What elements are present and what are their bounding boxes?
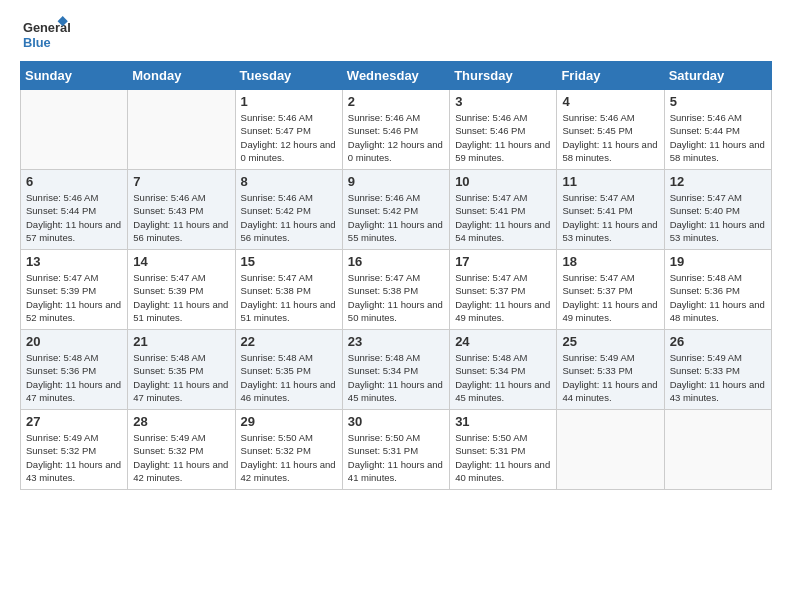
- day-info: Sunrise: 5:48 AMSunset: 5:35 PMDaylight:…: [133, 351, 229, 404]
- calendar-cell: 1Sunrise: 5:46 AMSunset: 5:47 PMDaylight…: [235, 90, 342, 170]
- day-number: 12: [670, 174, 766, 189]
- day-info: Sunrise: 5:48 AMSunset: 5:36 PMDaylight:…: [670, 271, 766, 324]
- day-number: 31: [455, 414, 551, 429]
- svg-text:Blue: Blue: [23, 36, 51, 51]
- logo: General Blue: [20, 16, 90, 51]
- day-number: 11: [562, 174, 658, 189]
- calendar-cell: 21Sunrise: 5:48 AMSunset: 5:35 PMDayligh…: [128, 330, 235, 410]
- calendar-cell: 14Sunrise: 5:47 AMSunset: 5:39 PMDayligh…: [128, 250, 235, 330]
- day-number: 6: [26, 174, 122, 189]
- day-info: Sunrise: 5:47 AMSunset: 5:41 PMDaylight:…: [562, 191, 658, 244]
- day-info: Sunrise: 5:47 AMSunset: 5:37 PMDaylight:…: [455, 271, 551, 324]
- calendar-cell: 16Sunrise: 5:47 AMSunset: 5:38 PMDayligh…: [342, 250, 449, 330]
- day-info: Sunrise: 5:47 AMSunset: 5:41 PMDaylight:…: [455, 191, 551, 244]
- logo-icon: General Blue: [20, 16, 90, 51]
- calendar-cell: 27Sunrise: 5:49 AMSunset: 5:32 PMDayligh…: [21, 410, 128, 490]
- header-tuesday: Tuesday: [235, 62, 342, 90]
- day-number: 5: [670, 94, 766, 109]
- calendar-cell: 23Sunrise: 5:48 AMSunset: 5:34 PMDayligh…: [342, 330, 449, 410]
- calendar-cell: 11Sunrise: 5:47 AMSunset: 5:41 PMDayligh…: [557, 170, 664, 250]
- day-number: 3: [455, 94, 551, 109]
- calendar-cell: 18Sunrise: 5:47 AMSunset: 5:37 PMDayligh…: [557, 250, 664, 330]
- day-number: 13: [26, 254, 122, 269]
- header-sunday: Sunday: [21, 62, 128, 90]
- header: General Blue: [20, 16, 772, 51]
- day-info: Sunrise: 5:50 AMSunset: 5:31 PMDaylight:…: [455, 431, 551, 484]
- calendar-cell: 30Sunrise: 5:50 AMSunset: 5:31 PMDayligh…: [342, 410, 449, 490]
- calendar-cell: 5Sunrise: 5:46 AMSunset: 5:44 PMDaylight…: [664, 90, 771, 170]
- day-info: Sunrise: 5:47 AMSunset: 5:37 PMDaylight:…: [562, 271, 658, 324]
- day-number: 27: [26, 414, 122, 429]
- day-info: Sunrise: 5:49 AMSunset: 5:33 PMDaylight:…: [670, 351, 766, 404]
- day-number: 25: [562, 334, 658, 349]
- calendar-cell: 7Sunrise: 5:46 AMSunset: 5:43 PMDaylight…: [128, 170, 235, 250]
- calendar-cell: 31Sunrise: 5:50 AMSunset: 5:31 PMDayligh…: [450, 410, 557, 490]
- calendar-table: Sunday Monday Tuesday Wednesday Thursday…: [20, 61, 772, 490]
- day-info: Sunrise: 5:47 AMSunset: 5:39 PMDaylight:…: [133, 271, 229, 324]
- day-info: Sunrise: 5:46 AMSunset: 5:43 PMDaylight:…: [133, 191, 229, 244]
- day-info: Sunrise: 5:49 AMSunset: 5:32 PMDaylight:…: [133, 431, 229, 484]
- day-number: 17: [455, 254, 551, 269]
- calendar-week-row: 1Sunrise: 5:46 AMSunset: 5:47 PMDaylight…: [21, 90, 772, 170]
- calendar-cell: 9Sunrise: 5:46 AMSunset: 5:42 PMDaylight…: [342, 170, 449, 250]
- day-number: 22: [241, 334, 337, 349]
- day-number: 14: [133, 254, 229, 269]
- day-number: 28: [133, 414, 229, 429]
- day-info: Sunrise: 5:46 AMSunset: 5:42 PMDaylight:…: [241, 191, 337, 244]
- day-info: Sunrise: 5:49 AMSunset: 5:32 PMDaylight:…: [26, 431, 122, 484]
- day-number: 10: [455, 174, 551, 189]
- calendar-cell: [21, 90, 128, 170]
- calendar-cell: 24Sunrise: 5:48 AMSunset: 5:34 PMDayligh…: [450, 330, 557, 410]
- calendar-cell: 22Sunrise: 5:48 AMSunset: 5:35 PMDayligh…: [235, 330, 342, 410]
- day-number: 4: [562, 94, 658, 109]
- day-number: 8: [241, 174, 337, 189]
- day-info: Sunrise: 5:46 AMSunset: 5:44 PMDaylight:…: [26, 191, 122, 244]
- calendar-cell: 15Sunrise: 5:47 AMSunset: 5:38 PMDayligh…: [235, 250, 342, 330]
- day-info: Sunrise: 5:50 AMSunset: 5:32 PMDaylight:…: [241, 431, 337, 484]
- calendar-cell: 20Sunrise: 5:48 AMSunset: 5:36 PMDayligh…: [21, 330, 128, 410]
- day-info: Sunrise: 5:46 AMSunset: 5:45 PMDaylight:…: [562, 111, 658, 164]
- calendar-cell: 29Sunrise: 5:50 AMSunset: 5:32 PMDayligh…: [235, 410, 342, 490]
- calendar-cell: 19Sunrise: 5:48 AMSunset: 5:36 PMDayligh…: [664, 250, 771, 330]
- day-number: 18: [562, 254, 658, 269]
- day-number: 2: [348, 94, 444, 109]
- calendar-cell: [128, 90, 235, 170]
- day-number: 24: [455, 334, 551, 349]
- calendar-cell: 2Sunrise: 5:46 AMSunset: 5:46 PMDaylight…: [342, 90, 449, 170]
- calendar-cell: 13Sunrise: 5:47 AMSunset: 5:39 PMDayligh…: [21, 250, 128, 330]
- day-number: 23: [348, 334, 444, 349]
- day-info: Sunrise: 5:46 AMSunset: 5:47 PMDaylight:…: [241, 111, 337, 164]
- calendar-week-row: 13Sunrise: 5:47 AMSunset: 5:39 PMDayligh…: [21, 250, 772, 330]
- day-info: Sunrise: 5:46 AMSunset: 5:42 PMDaylight:…: [348, 191, 444, 244]
- day-info: Sunrise: 5:49 AMSunset: 5:33 PMDaylight:…: [562, 351, 658, 404]
- day-number: 1: [241, 94, 337, 109]
- day-info: Sunrise: 5:47 AMSunset: 5:40 PMDaylight:…: [670, 191, 766, 244]
- day-info: Sunrise: 5:47 AMSunset: 5:38 PMDaylight:…: [241, 271, 337, 324]
- calendar-cell: 12Sunrise: 5:47 AMSunset: 5:40 PMDayligh…: [664, 170, 771, 250]
- day-info: Sunrise: 5:46 AMSunset: 5:46 PMDaylight:…: [348, 111, 444, 164]
- weekday-header-row: Sunday Monday Tuesday Wednesday Thursday…: [21, 62, 772, 90]
- day-number: 29: [241, 414, 337, 429]
- calendar-cell: [664, 410, 771, 490]
- day-number: 26: [670, 334, 766, 349]
- calendar-cell: 3Sunrise: 5:46 AMSunset: 5:46 PMDaylight…: [450, 90, 557, 170]
- calendar-week-row: 20Sunrise: 5:48 AMSunset: 5:36 PMDayligh…: [21, 330, 772, 410]
- calendar-cell: 4Sunrise: 5:46 AMSunset: 5:45 PMDaylight…: [557, 90, 664, 170]
- day-number: 30: [348, 414, 444, 429]
- day-number: 15: [241, 254, 337, 269]
- calendar-page: General Blue Sunday Monday Tuesday Wedne…: [0, 0, 792, 612]
- calendar-cell: 6Sunrise: 5:46 AMSunset: 5:44 PMDaylight…: [21, 170, 128, 250]
- header-thursday: Thursday: [450, 62, 557, 90]
- day-number: 19: [670, 254, 766, 269]
- calendar-cell: 17Sunrise: 5:47 AMSunset: 5:37 PMDayligh…: [450, 250, 557, 330]
- day-info: Sunrise: 5:46 AMSunset: 5:44 PMDaylight:…: [670, 111, 766, 164]
- calendar-cell: 25Sunrise: 5:49 AMSunset: 5:33 PMDayligh…: [557, 330, 664, 410]
- day-info: Sunrise: 5:48 AMSunset: 5:35 PMDaylight:…: [241, 351, 337, 404]
- calendar-week-row: 27Sunrise: 5:49 AMSunset: 5:32 PMDayligh…: [21, 410, 772, 490]
- day-info: Sunrise: 5:46 AMSunset: 5:46 PMDaylight:…: [455, 111, 551, 164]
- day-info: Sunrise: 5:47 AMSunset: 5:39 PMDaylight:…: [26, 271, 122, 324]
- calendar-week-row: 6Sunrise: 5:46 AMSunset: 5:44 PMDaylight…: [21, 170, 772, 250]
- calendar-cell: 28Sunrise: 5:49 AMSunset: 5:32 PMDayligh…: [128, 410, 235, 490]
- day-info: Sunrise: 5:48 AMSunset: 5:36 PMDaylight:…: [26, 351, 122, 404]
- day-number: 21: [133, 334, 229, 349]
